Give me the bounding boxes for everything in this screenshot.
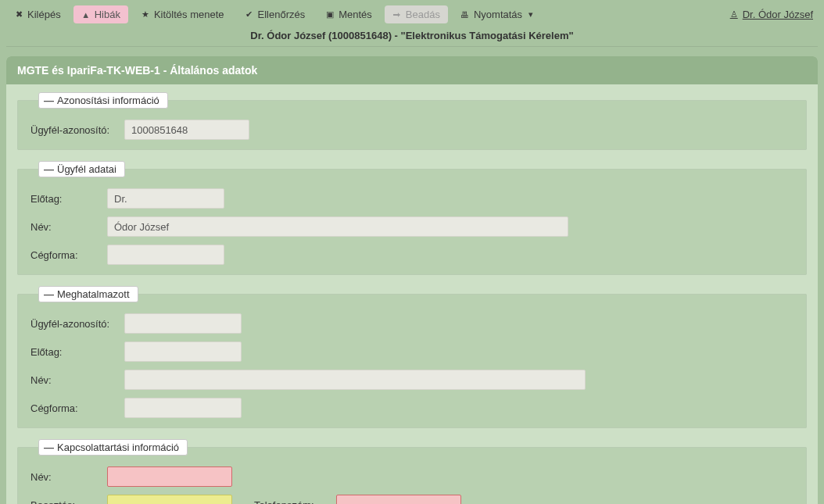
contact-position-field[interactable]	[107, 495, 232, 504]
exit-button[interactable]: ✖ Kilépés	[6, 5, 69, 23]
proxy-prefix-label: Előtag:	[30, 346, 116, 358]
collapse-icon: —	[44, 288, 54, 300]
content-panel: MGTE és IpariFa-TK-WEB-1 - Általános ada…	[6, 56, 818, 504]
client-company-form-field	[107, 245, 224, 265]
save-button[interactable]: ▣ Mentés	[317, 5, 380, 23]
user-link[interactable]: ♙ Dr. Ódor József	[729, 9, 818, 20]
chevron-down-icon: ▾	[526, 9, 536, 20]
submit-icon: ⮕	[392, 10, 402, 20]
errors-button[interactable]: ▲ Hibák	[73, 5, 128, 23]
section-identification-legend[interactable]: — Azonosítási információ	[38, 92, 168, 109]
submit-button: ⮕ Beadás	[385, 5, 448, 23]
proxy-name-field	[124, 370, 586, 390]
contact-position-label: Beosztás:	[30, 499, 99, 505]
user-icon: ♙	[729, 9, 739, 20]
close-icon: ✖	[14, 9, 23, 20]
form-body: — Azonosítási információ Ügyfél-azonosít…	[6, 84, 818, 504]
contact-phone-label: Telefonszám:	[254, 499, 328, 505]
fill-steps-label: Kitöltés menete	[154, 9, 224, 20]
user-name: Dr. Ódor József	[743, 9, 813, 20]
client-name-field	[107, 216, 568, 237]
check-icon: ✔	[245, 9, 254, 20]
section-contact-legend[interactable]: — Kapcsolattartási információ	[38, 439, 188, 456]
client-id-label: Ügyfél-azonosító:	[30, 124, 116, 136]
section-contact: — Kapcsolattartási információ Név: Beosz…	[17, 439, 807, 504]
client-prefix-label: Előtag:	[30, 193, 99, 205]
collapse-icon: —	[44, 163, 54, 175]
proxy-company-form-field	[124, 398, 242, 418]
print-label: Nyomtatás	[474, 9, 522, 20]
contact-phone-field[interactable]	[336, 495, 461, 504]
contact-name-field[interactable]	[107, 466, 232, 487]
section-identification-title: Azonosítási információ	[57, 95, 159, 106]
check-label: Ellenőrzés	[258, 9, 306, 20]
section-identification: — Azonosítási információ Ügyfél-azonosít…	[17, 92, 807, 150]
check-button[interactable]: ✔ Ellenőrzés	[237, 5, 313, 23]
section-proxy-legend[interactable]: — Meghatalmazott	[38, 286, 138, 302]
client-prefix-field	[107, 188, 224, 209]
proxy-company-form-label: Cégforma:	[30, 402, 116, 414]
fill-steps-button[interactable]: ★ Kitöltés menete	[133, 5, 232, 23]
section-client-legend[interactable]: — Ügyfél adatai	[38, 161, 125, 177]
section-contact-title: Kapcsolattartási információ	[57, 441, 179, 453]
exit-label: Kilépés	[27, 9, 61, 20]
section-proxy: — Meghatalmazott Ügyfél-azonosító: Előta…	[17, 286, 807, 428]
top-toolbar: ✖ Kilépés ▲ Hibák ★ Kitöltés menete ✔ El…	[6, 4, 818, 27]
proxy-client-id-label: Ügyfél-azonosító:	[30, 318, 116, 330]
star-icon: ★	[141, 9, 150, 20]
save-icon: ▣	[325, 9, 335, 20]
proxy-client-id-field	[124, 313, 242, 334]
proxy-prefix-field	[124, 341, 242, 362]
client-name-label: Név:	[30, 221, 99, 233]
client-company-form-label: Cégforma:	[30, 249, 99, 261]
breadcrumb: Dr. Ódor József (1000851648) - "Elektron…	[6, 27, 818, 47]
save-label: Mentés	[339, 9, 372, 20]
submit-label: Beadás	[406, 9, 440, 20]
section-proxy-title: Meghatalmazott	[57, 288, 130, 300]
app-window: ✖ Kilépés ▲ Hibák ★ Kitöltés menete ✔ El…	[0, 0, 824, 504]
warning-icon: ▲	[81, 10, 91, 20]
collapse-icon: —	[44, 441, 54, 453]
errors-label: Hibák	[95, 9, 120, 20]
section-client: — Ügyfél adatai Előtag: Név: Cégforma:	[17, 161, 807, 275]
collapse-icon: —	[44, 95, 54, 106]
section-client-title: Ügyfél adatai	[57, 163, 116, 175]
print-button[interactable]: 🖶 Nyomtatás ▾	[453, 5, 543, 23]
contact-name-label: Név:	[30, 471, 99, 483]
proxy-name-label: Név:	[30, 374, 116, 386]
page-title: MGTE és IpariFa-TK-WEB-1 - Általános ada…	[6, 56, 818, 84]
client-id-field	[124, 120, 249, 140]
print-icon: 🖶	[460, 10, 470, 20]
